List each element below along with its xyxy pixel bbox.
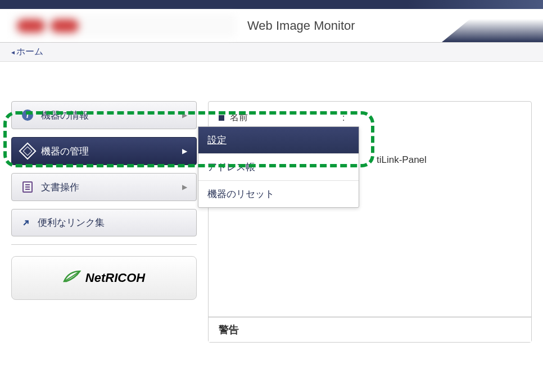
sidebar: i 機器の情報 ▶ 機器の管理 ▶ 文書操作 ▶ 便利なリンク集 NetRICO… — [11, 67, 197, 392]
app-title: Web Image Monitor — [247, 19, 355, 33]
nav-useful-links[interactable]: 便利なリンク集 — [11, 209, 197, 236]
chevron-right-icon: ▶ — [182, 147, 187, 155]
info-row-name: 名前 : — [219, 107, 521, 128]
nav-label: 機器の情報 — [41, 109, 89, 122]
nav-device-management[interactable]: 機器の管理 ▶ — [11, 137, 197, 165]
submenu-device-reset[interactable]: 機器のリセット — [198, 181, 359, 207]
diamond-icon — [21, 144, 34, 158]
netricoh-label: NetRICOH — [85, 271, 145, 285]
partial-host-text: tiLink-Panel — [377, 154, 427, 166]
chevron-right-icon: ▶ — [182, 183, 187, 191]
main-panel: 名前 : 設置場所 : 警告 — [208, 67, 532, 392]
nav-document-operations[interactable]: 文書操作 ▶ — [11, 173, 197, 201]
document-icon — [21, 180, 34, 194]
logo-redacted — [11, 15, 236, 37]
external-link-icon — [21, 218, 31, 228]
submenu-address-book[interactable]: アドレス帳 — [198, 154, 359, 181]
nav-device-info[interactable]: i 機器の情報 ▶ — [11, 101, 197, 129]
bullet-icon — [219, 115, 224, 121]
leaf-icon — [63, 269, 82, 287]
nav-label: 文書操作 — [41, 181, 79, 194]
warning-section-header: 警告 — [209, 317, 531, 342]
nav-label: 便利なリンク集 — [38, 216, 105, 229]
breadcrumb-home-link[interactable]: ホーム — [11, 47, 43, 56]
info-icon: i — [21, 108, 34, 122]
netricoh-button[interactable]: NetRICOH — [11, 256, 197, 300]
nav-label: 機器の管理 — [41, 145, 89, 158]
header: Web Image Monitor — [0, 9, 543, 43]
top-bar — [0, 0, 543, 9]
submenu-settings[interactable]: 設定 — [198, 127, 359, 154]
chevron-right-icon: ▶ — [182, 111, 187, 119]
sidebar-divider — [11, 244, 197, 245]
breadcrumb: ホーム — [0, 43, 543, 62]
name-label: 名前 — [230, 112, 342, 124]
device-management-submenu: 設定 アドレス帳 機器のリセット — [198, 126, 359, 208]
